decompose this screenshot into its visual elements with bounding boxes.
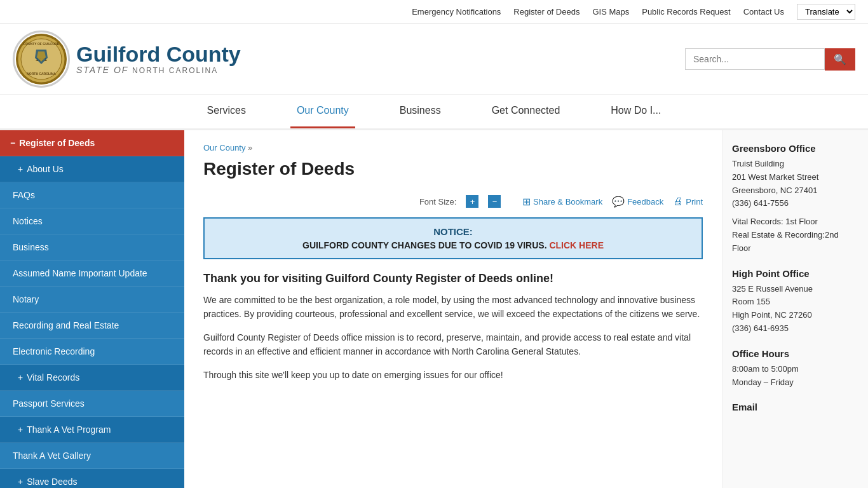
greensboro-address2: Greensboro, NC 27401	[732, 186, 817, 195]
font-decrease-button[interactable]: −	[488, 195, 501, 208]
highpoint-address2: Room 155	[732, 297, 770, 306]
svg-text:NORTH CAROLINA: NORTH CAROLINA	[27, 72, 56, 76]
main-nav: Services Our County Business Get Connect…	[0, 94, 868, 130]
office-hours: Office Hours 8:00am to 5:00pm Monday – F…	[732, 348, 858, 390]
highpoint-address3: High Point, NC 27260	[732, 310, 812, 320]
font-size-label: Font Size:	[419, 197, 457, 207]
content-paragraph-2: Guilford County Register of Deeds office…	[203, 330, 703, 359]
greensboro-note1: Vital Records: 1st Floor	[732, 217, 818, 226]
office-hours-line2: Monday – Friday	[732, 377, 794, 387]
county-seal-circle: COUNTY OF GUILFORD NORTH CAROLINA 1771	[13, 30, 70, 88]
print-link[interactable]: 🖨 Print	[673, 196, 703, 207]
county-name: Guilford County STATE of NORTH CAROLINA	[76, 43, 241, 75]
highpoint-address1: 325 E Russell Avenue	[732, 284, 813, 294]
county-state: STATE of NORTH CAROLINA	[76, 65, 241, 75]
feedback-link[interactable]: 💬 Feedback	[612, 196, 663, 208]
greensboro-note2: Real Estate & Recording:2nd Floor	[732, 230, 839, 253]
sidebar-item-electronic-recording[interactable]: Electronic Recording	[0, 339, 184, 365]
sidebar-item-business[interactable]: Business	[0, 234, 184, 261]
office-hours-title: Office Hours	[732, 348, 858, 359]
email-title: Email	[732, 402, 858, 412]
highpoint-phone: (336) 641-6935	[732, 323, 789, 333]
emergency-notifications-link[interactable]: Emergency Notifications	[412, 7, 501, 17]
toolbar: Font Size: + − ⊞ Share & Bookmark 💬 Feed…	[203, 195, 703, 208]
contact-us-link[interactable]: Contact Us	[743, 7, 784, 17]
plus-icon-3: +	[18, 424, 23, 435]
public-records-link[interactable]: Public Records Request	[642, 7, 730, 17]
nav-how-do-i[interactable]: How Do I...	[604, 95, 667, 128]
print-icon: 🖨	[673, 196, 683, 207]
search-button[interactable]: 🔍	[825, 48, 855, 71]
sidebar-item-notices[interactable]: Notices	[0, 208, 184, 234]
county-title: Guilford County	[76, 43, 241, 65]
main-content: Our County » Register of Deeds Font Size…	[184, 130, 722, 488]
svg-text:COUNTY OF GUILFORD: COUNTY OF GUILFORD	[24, 42, 60, 46]
office-hours-line1: 8:00am to 5:00pm	[732, 364, 799, 374]
greensboro-phone: (336) 641-7556	[732, 198, 789, 208]
breadcrumb-link[interactable]: Our County	[203, 143, 245, 152]
translate-select[interactable]: Translate	[797, 4, 855, 20]
sidebar-item-faqs[interactable]: FAQs	[0, 182, 184, 208]
nav-get-connected[interactable]: Get Connected	[485, 95, 567, 128]
highpoint-office: High Point Office 325 E Russell Avenue R…	[732, 268, 858, 336]
sidebar-item-slave-deeds[interactable]: + Slave Deeds	[0, 469, 184, 488]
content-paragraph-1: We are committed to be the best organiza…	[203, 293, 703, 322]
greensboro-office-title: Greensboro Office	[732, 143, 858, 154]
right-sidebar: Greensboro Office Truist Building 201 We…	[722, 130, 868, 488]
sidebar-item-thank-a-vet-program[interactable]: + Thank A Vet Program	[0, 417, 184, 443]
content-heading: Thank you for visiting Guilford County R…	[203, 272, 703, 285]
content-paragraph-3: Through this site we'll keep you up to d…	[203, 368, 703, 382]
county-seal: COUNTY OF GUILFORD NORTH CAROLINA 1771	[16, 34, 67, 85]
plus-icon-4: +	[18, 477, 23, 487]
greensboro-address1: 201 West Market Street	[732, 172, 818, 182]
sidebar-item-about-us[interactable]: + About Us	[0, 156, 184, 182]
notice-link[interactable]: CLICK HERE	[549, 240, 604, 250]
highpoint-office-title: High Point Office	[732, 268, 858, 279]
notice-box: NOTICE: GUILFORD COUNTY CHANGES DUE TO C…	[203, 217, 703, 259]
search-area: 🔍	[685, 48, 855, 71]
plus-icon-2: +	[18, 372, 23, 383]
plus-icon: +	[18, 164, 23, 174]
minus-icon: −	[10, 138, 15, 148]
sidebar-item-vital-records[interactable]: + Vital Records	[0, 365, 184, 391]
sidebar-item-register-of-deeds[interactable]: − Register of Deeds	[0, 130, 184, 156]
content-text: Thank you for visiting Guilford County R…	[203, 272, 703, 382]
email-section: Email	[732, 402, 858, 412]
sidebar-item-assumed-name[interactable]: Assumed Name Important Update	[0, 261, 184, 287]
top-bar: Emergency Notifications Register of Deed…	[0, 0, 868, 24]
gis-maps-link[interactable]: GIS Maps	[592, 7, 629, 17]
sidebar-item-passport-services[interactable]: Passport Services	[0, 391, 184, 417]
logo-area: COUNTY OF GUILFORD NORTH CAROLINA 1771 G…	[13, 30, 241, 88]
header: COUNTY OF GUILFORD NORTH CAROLINA 1771 G…	[0, 24, 868, 94]
sidebar-item-thank-a-vet-gallery[interactable]: Thank A Vet Gallery	[0, 443, 184, 469]
nav-services[interactable]: Services	[201, 95, 252, 128]
nav-our-county[interactable]: Our County	[290, 95, 355, 128]
page-title: Register of Deeds	[203, 159, 703, 186]
nav-business[interactable]: Business	[393, 95, 447, 128]
sidebar: − Register of Deeds + About Us FAQs Noti…	[0, 130, 184, 488]
greensboro-office: Greensboro Office Truist Building 201 We…	[732, 143, 858, 255]
register-of-deeds-link[interactable]: Register of Deeds	[513, 7, 580, 17]
search-input[interactable]	[685, 48, 825, 70]
breadcrumb: Our County »	[203, 143, 703, 152]
share-icon: ⊞	[522, 196, 531, 208]
sidebar-item-notary[interactable]: Notary	[0, 287, 184, 313]
notice-body: GUILFORD COUNTY CHANGES DUE TO COVID 19 …	[217, 240, 689, 250]
greensboro-building: Truist Building	[732, 159, 784, 168]
share-bookmark-link[interactable]: ⊞ Share & Bookmark	[522, 196, 602, 208]
content-wrapper: − Register of Deeds + About Us FAQs Noti…	[0, 130, 868, 488]
notice-title: NOTICE:	[217, 226, 689, 237]
sidebar-item-recording-real-estate[interactable]: Recording and Real Estate	[0, 313, 184, 339]
font-increase-button[interactable]: +	[466, 195, 478, 208]
feedback-icon: 💬	[612, 196, 625, 208]
